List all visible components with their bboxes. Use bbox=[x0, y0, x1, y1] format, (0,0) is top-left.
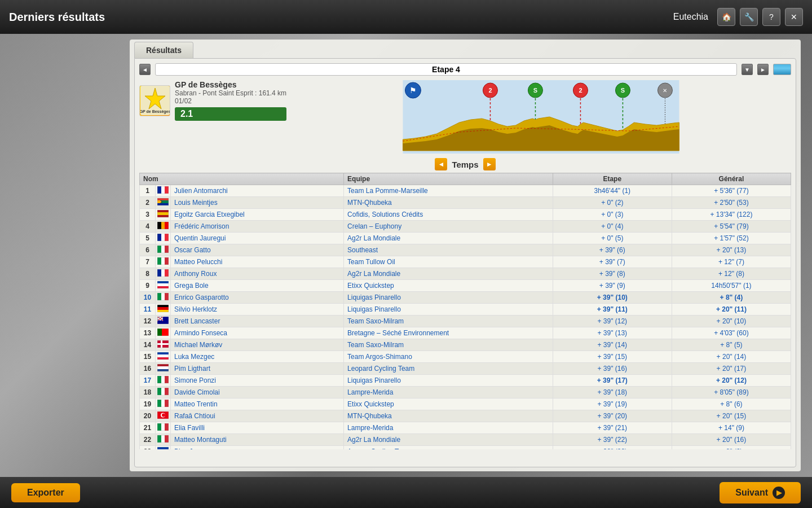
table-row-team[interactable]: Ag2r La Mondiale bbox=[344, 434, 553, 446]
table-row-general: + 4'03" (60) bbox=[672, 327, 791, 339]
table-row-team[interactable]: Etixx Quickstep bbox=[344, 398, 553, 410]
table-row-etape: + 39" (16) bbox=[553, 363, 672, 375]
table-row-team[interactable]: Liquigas Pinarello bbox=[344, 304, 553, 316]
table-row-team[interactable]: Aerzen Cycling Team bbox=[344, 446, 553, 450]
table-row-name[interactable]: Blaz Jarc bbox=[171, 446, 344, 450]
table-row-etape: + 39" (18) bbox=[553, 387, 672, 398]
table-row-team[interactable]: Team Tullow Oil bbox=[344, 256, 553, 268]
table-row-team[interactable]: Team Saxo-Milram bbox=[344, 316, 553, 327]
svg-rect-89 bbox=[157, 364, 169, 366]
tab-resultats[interactable]: Résultats bbox=[134, 42, 193, 58]
table-row-name[interactable]: Matteo Pelucchi bbox=[171, 256, 344, 268]
table-row-name[interactable]: Pim Ligthart bbox=[171, 363, 344, 375]
table-row-name[interactable]: Elia Favilli bbox=[171, 422, 344, 434]
stage-flag bbox=[773, 64, 791, 75]
table-row-name[interactable]: Anthony Roux bbox=[171, 268, 344, 280]
svg-rect-47 bbox=[165, 246, 169, 253]
table-row-team[interactable]: Southeast bbox=[344, 244, 553, 256]
export-button[interactable]: Exporter bbox=[11, 483, 80, 502]
table-row-name[interactable]: Luka Mezgec bbox=[171, 351, 344, 363]
svg-point-107 bbox=[162, 414, 165, 417]
table-row-general: + 12" (7) bbox=[672, 256, 791, 268]
time-prev-button[interactable]: ◄ bbox=[435, 158, 447, 170]
svg-rect-91 bbox=[157, 369, 169, 371]
stage-prev-button[interactable]: ◄ bbox=[139, 64, 151, 75]
svg-rect-41 bbox=[157, 234, 161, 241]
table-row-flag bbox=[156, 398, 171, 410]
table-row-name[interactable]: Matteo Montaguti bbox=[171, 434, 344, 446]
close-button[interactable]: ✕ bbox=[785, 8, 803, 26]
svg-rect-42 bbox=[161, 234, 165, 241]
help-button[interactable]: ? bbox=[762, 8, 780, 26]
table-row-team[interactable]: Ag2r La Mondiale bbox=[344, 268, 553, 280]
table-row-team[interactable]: Team Argos-Shimano bbox=[344, 351, 553, 363]
main-panel: Résultats ◄ Etape 4 ▼ ► bbox=[130, 40, 801, 471]
table-row-team[interactable]: Liquigas Pinarello bbox=[344, 292, 553, 304]
stage-name: Etape 4 bbox=[155, 63, 737, 76]
table-row-name[interactable]: Silvio Herklotz bbox=[171, 304, 344, 316]
time-next-button[interactable]: ► bbox=[483, 158, 496, 170]
table-row-name[interactable]: Brett Lancaster bbox=[171, 316, 344, 327]
svg-text:S: S bbox=[533, 87, 537, 94]
svg-rect-39 bbox=[165, 222, 169, 229]
home-button[interactable]: 🏠 bbox=[717, 8, 735, 26]
table-row-name[interactable]: Grega Bole bbox=[171, 280, 344, 292]
profile-chart: ⚑ 2 S 2 S ✕ bbox=[291, 80, 791, 156]
table-row-general: + 0" (2) bbox=[672, 446, 791, 450]
table-row-name[interactable]: Simone Ponzi bbox=[171, 375, 344, 387]
table-row-team[interactable]: MTN-Qhubeka bbox=[344, 410, 553, 422]
stage-next-button[interactable]: ► bbox=[757, 64, 769, 75]
table-row-team[interactable]: MTN-Qhubeka bbox=[344, 197, 553, 209]
svg-rect-57 bbox=[157, 281, 169, 283]
table-row-etape: + 39" (20) bbox=[553, 410, 672, 422]
svg-text:S: S bbox=[621, 87, 625, 94]
table-row-general: + 5'54" (79) bbox=[672, 221, 791, 233]
svg-rect-93 bbox=[157, 376, 161, 383]
svg-rect-51 bbox=[165, 257, 169, 265]
settings-button[interactable]: 🔧 bbox=[740, 8, 758, 26]
table-row-name[interactable]: Rafaâ Chtioui bbox=[171, 410, 344, 422]
table-row-team[interactable]: Cofidis, Solutions Crédits bbox=[344, 209, 553, 221]
next-button[interactable]: Suivant ▶ bbox=[720, 482, 801, 503]
table-row-flag bbox=[156, 363, 171, 375]
table-row-etape: + 39" (15) bbox=[553, 351, 672, 363]
table-row-flag bbox=[156, 410, 171, 422]
table-row-name[interactable]: Matteo Trentin bbox=[171, 398, 344, 410]
table-row-name[interactable]: Armindo Fonseca bbox=[171, 327, 344, 339]
table-row-team[interactable]: Etixx Quickstep bbox=[344, 280, 553, 292]
table-row-name[interactable]: Michael Mørkøv bbox=[171, 339, 344, 351]
table-row-flag bbox=[156, 221, 171, 233]
svg-text:2: 2 bbox=[579, 87, 582, 94]
table-row-team[interactable]: Leopard Cycling Team bbox=[344, 363, 553, 375]
table-row-team[interactable]: Team Saxo-Milram bbox=[344, 339, 553, 351]
table-row-name[interactable]: Frédéric Amorison bbox=[171, 221, 344, 233]
svg-rect-67 bbox=[157, 310, 169, 312]
table-row-general: + 20" (10) bbox=[672, 316, 791, 327]
stage-dropdown-button[interactable]: ▼ bbox=[742, 64, 753, 75]
stage-selector: ◄ Etape 4 ▼ ► bbox=[139, 63, 791, 76]
results-table-scroll[interactable]: Nom Equipe Etape Général 1 Julien Antoma… bbox=[139, 173, 791, 449]
table-row-name[interactable]: Enrico Gasparotto bbox=[171, 292, 344, 304]
svg-rect-45 bbox=[157, 246, 161, 253]
table-row-team[interactable]: Lampre-Merida bbox=[344, 422, 553, 434]
table-row-team[interactable]: Crelan – Euphony bbox=[344, 221, 553, 233]
table-row-rank: 21 bbox=[140, 422, 156, 434]
table-row-team[interactable]: Team La Pomme-Marseille bbox=[344, 185, 553, 197]
bottombar: Exporter Suivant ▶ bbox=[0, 477, 812, 508]
table-row-team[interactable]: Bretagne – Séché Environnement bbox=[344, 327, 553, 339]
table-row-rank: 5 bbox=[140, 233, 156, 244]
table-row-general: + 20" (14) bbox=[672, 351, 791, 363]
table-row-general: + 20" (17) bbox=[672, 363, 791, 375]
table-row-team[interactable]: Lampre-Merida bbox=[344, 387, 553, 398]
table-row-team[interactable]: Liquigas Pinarello bbox=[344, 375, 553, 387]
table-row-name[interactable]: Quentin Jauregui bbox=[171, 233, 344, 244]
svg-rect-90 bbox=[157, 366, 169, 369]
table-row-rank: 20 bbox=[140, 410, 156, 422]
table-row-name[interactable]: Julien Antomarchi bbox=[171, 185, 344, 197]
table-row-name[interactable]: Egoitz Garcia Etxegibel bbox=[171, 209, 344, 221]
table-row-team[interactable]: Ag2r La Mondiale bbox=[344, 233, 553, 244]
table-row-name[interactable]: Davide Cimolai bbox=[171, 387, 344, 398]
table-row-name[interactable]: Louis Meintjes bbox=[171, 197, 344, 209]
results-table: Nom Equipe Etape Général 1 Julien Antoma… bbox=[139, 173, 791, 449]
table-row-name[interactable]: Oscar Gatto bbox=[171, 244, 344, 256]
